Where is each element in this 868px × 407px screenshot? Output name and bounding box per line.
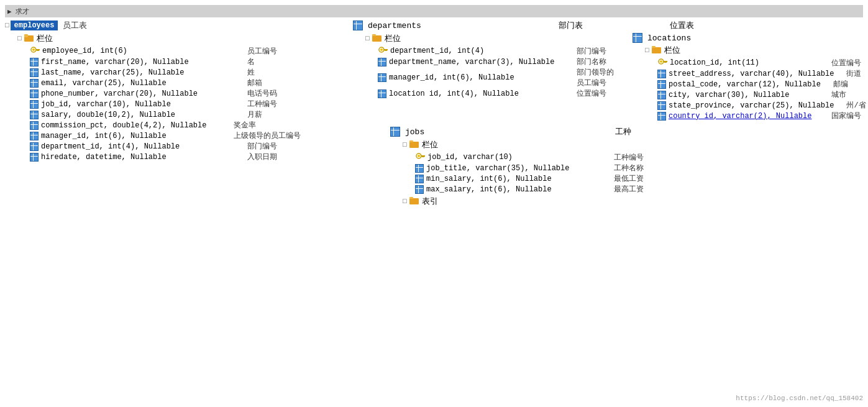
field-name-dept-name: department_name, varchar(3), Nullable: [389, 58, 554, 66]
field-name-first-name: first_name, varchar(20), Nullable: [41, 58, 189, 66]
employees-table-badge: employees: [11, 21, 58, 30]
table-icon-first-name: [30, 58, 39, 66]
field-label-salary: 月薪: [247, 109, 262, 120]
table-icon-job-title: [415, 164, 424, 173]
field-row-commission: commission_pct, double(4,2), Nullable 奖金…: [5, 120, 353, 130]
svg-rect-15: [652, 47, 661, 53]
field-row-phone: phone_number, varchar(20), Nullable 电话号码: [5, 88, 353, 99]
field-name-loc-id: location_id, int(11): [670, 58, 759, 67]
key-icon-dept-id: [378, 45, 388, 57]
table-icon-state: [657, 101, 666, 110]
field-label-dept-id-emp: 部门编号: [247, 141, 277, 152]
field-name-dept-loc: location id, int(4), Nullable: [389, 89, 519, 98]
table-icon-min-salary: [415, 175, 424, 183]
table-icon-dept-mgr: [378, 73, 386, 82]
table-icon-max-salary: [415, 185, 424, 194]
svg-rect-14: [385, 49, 386, 51]
field-name-street: street_address, varchar(40), Nullable: [669, 70, 834, 78]
field-label-hiredate: 入职日期: [247, 152, 277, 162]
svg-rect-13: [386, 49, 387, 51]
field-label-first-name: 名: [247, 57, 255, 67]
field-name-state: state_province, varchar(25), Nullable: [669, 101, 834, 110]
expand-more-jobs[interactable]: □: [403, 198, 407, 205]
expand-columns-employees[interactable]: □: [17, 35, 22, 42]
field-label-state: 州/省: [846, 100, 866, 111]
field-row-job-id: job_id, varchar(10), Nullable 工种编号: [5, 99, 353, 109]
field-name-email: email, varchar(25), Nullable: [41, 79, 167, 88]
field-row-job-id-jobs: job_id, varchar(10) 工种编号: [390, 152, 644, 163]
field-row-min-salary: min_salary, int(6), Nullable 最低工资: [390, 173, 644, 184]
departments-title: 部门表: [559, 20, 583, 31]
field-name-country[interactable]: country_id, varchar(2), Nullable: [669, 112, 811, 121]
svg-rect-29: [409, 198, 419, 204]
field-label-employee-id: 员工编号: [247, 46, 277, 57]
field-label-max-salary: 最高工资: [614, 184, 644, 194]
field-name-manager-id: manager_id, int(6), Nullable: [41, 132, 167, 140]
svg-rect-7: [37, 49, 38, 51]
columns-label-employees: 栏位: [37, 33, 53, 44]
top-bar: ▶ 求才: [5, 5, 863, 17]
svg-rect-16: [652, 46, 656, 48]
table-icon-dept-loc: [378, 89, 386, 98]
expand-columns-locations[interactable]: □: [645, 47, 649, 54]
field-row-max-salary: max_salary, int(6), Nullable 最高工资: [390, 184, 644, 194]
expand-columns-departments[interactable]: □: [365, 35, 370, 42]
table-icon-departments: [353, 21, 363, 30]
field-row-street: street_address, varchar(40), Nullable 街道: [633, 68, 868, 79]
field-name-min-salary: min_salary, int(6), Nullable: [426, 175, 552, 183]
table-icon-dept-id-emp: [30, 142, 39, 151]
table-icon-country: [657, 112, 666, 121]
table-icon-email: [30, 79, 39, 88]
field-label-dept-id: 部门编号: [577, 46, 606, 57]
field-label-dept-loc: 位置编号: [577, 88, 606, 99]
table-icon-job-id: [30, 100, 39, 109]
field-row-city: city, varchar(30), Nullable 城市: [633, 89, 868, 100]
more-label: 表引: [422, 196, 438, 207]
svg-rect-27: [423, 155, 424, 157]
svg-point-4: [32, 48, 35, 51]
folder-icon-more: [409, 196, 419, 207]
departments-table-name: departments: [368, 21, 421, 30]
locations-panel: 位置表 locations □: [633, 20, 868, 121]
jobs-panel: jobs 工种 □ 栏位: [353, 126, 868, 207]
expand-icon-employees[interactable]: □: [5, 22, 9, 29]
svg-rect-28: [422, 155, 423, 157]
folder-icon-locations: [652, 45, 662, 56]
field-row-dept-mgr: manager_id, int(6), Nullable 部门领导的员工编号: [353, 67, 620, 88]
svg-rect-20: [665, 61, 667, 63]
columns-label-locations: 栏位: [664, 45, 680, 56]
field-row-dept-id: department_id, int(4) 部门编号: [353, 45, 620, 57]
table-icon-postal: [657, 80, 666, 89]
field-name-last-name: last_name, varchar(25), Nullable: [41, 68, 184, 77]
employees-title: 员工表: [63, 20, 87, 31]
svg-point-25: [418, 155, 420, 157]
field-row-loc-id: location_id, int(11) 位置编号: [633, 57, 868, 68]
field-label-loc-id: 位置编号: [831, 58, 861, 68]
field-label-dept-mgr: 部门领导的员工编号: [577, 67, 620, 88]
field-row-dept-name: department_name, varchar(3), Nullable 部门…: [353, 57, 620, 67]
field-row-job-title: job_title, varchar(35), Nullable 工种名称: [390, 163, 644, 173]
folder-icon-departments: [372, 34, 382, 44]
table-icon-jobs: [390, 127, 400, 137]
field-label-phone: 电话号码: [247, 88, 277, 99]
watermark: https://blog.csdn.net/qq_158402: [736, 395, 863, 402]
field-name-dept-id-emp: department_id, int(4), Nullable: [41, 142, 180, 151]
svg-point-18: [660, 60, 662, 63]
field-label-commission: 奖金率: [234, 120, 256, 130]
field-name-job-id: job_id, varchar(10), Nullable: [41, 100, 171, 109]
columns-label-jobs: 栏位: [422, 139, 438, 150]
columns-label-departments: 栏位: [385, 33, 401, 44]
field-name-phone: phone_number, varchar(20), Nullable: [41, 89, 198, 98]
field-row-postal: postal_code, varchar(12), Nullable 邮编: [633, 79, 868, 89]
table-icon-salary: [30, 111, 39, 119]
field-name-job-id-jobs: job_id, varchar(10): [427, 153, 513, 162]
employees-panel: □ employees 员工表 □ 栏位: [5, 20, 353, 207]
table-icon-hiredate: [30, 153, 39, 162]
expand-columns-jobs[interactable]: □: [403, 141, 407, 149]
main-container: ▶ 求才 □ employees 员工表 □: [0, 0, 868, 407]
field-name-dept-id: department_id, int(4): [390, 47, 484, 55]
key-icon-job-id: [415, 152, 425, 163]
table-icon-dept-name: [378, 58, 386, 66]
folder-icon-jobs: [409, 140, 419, 150]
field-name-hiredate: hiredate, datetime, Nullable: [41, 153, 167, 162]
